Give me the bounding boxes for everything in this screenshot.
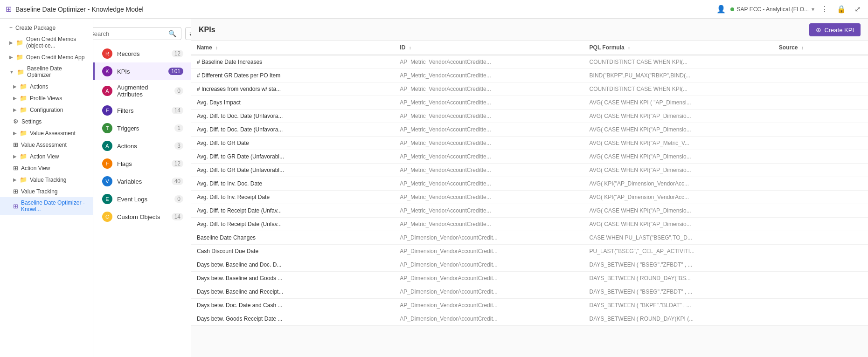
content-area: 🔍 ⇄ R Records 12 K KPIs 101 A Augmented … [93, 19, 868, 357]
nav-item-variables[interactable]: V Variables 40 [93, 172, 191, 190]
nav-item-flags[interactable]: F Flags 12 [93, 155, 191, 172]
sidebar: + Create Package ▶ 📁 Open Credit Memos (… [0, 19, 93, 357]
col-header-source[interactable]: Source ↕ [773, 41, 868, 55]
col-header-name[interactable]: Name ↕ [191, 41, 394, 55]
nav-item-kpis[interactable]: K KPIs 101 [93, 62, 191, 80]
sidebar-item-baseline-date-optimizer[interactable]: ▼ 📁 Baseline Date Optimizer [0, 63, 93, 81]
cell-id-6: AP_Metric_VendorAccountCreditte... [394, 137, 583, 150]
table-row[interactable]: Avg. Diff. to GR Date (Unfavorabl... AP_… [191, 150, 868, 164]
table-row[interactable]: Avg. Diff. to Doc. Date (Unfavora... AP_… [191, 110, 868, 123]
topbar-more-button[interactable]: ⋮ [819, 3, 830, 15]
chevron-right-icon: ▶ [9, 55, 13, 60]
sidebar-item-value-assessment-folder[interactable]: ▶ 📁 Value Assessment [0, 127, 93, 139]
cell-id-3: AP_Metric_VendorAccountCreditte... [394, 96, 583, 110]
nav-item-filters[interactable]: F Filters 14 [93, 102, 191, 119]
nav-item-left: C Custom Objects [102, 212, 160, 222]
cell-id-11: AP_Metric_VendorAccountCreditte... [394, 204, 583, 218]
sidebar-item-settings[interactable]: ⚙ Settings [0, 116, 93, 127]
table-row[interactable]: Avg. Diff. to GR Date (Unfavorabl... AP_… [191, 164, 868, 177]
cell-pql-7: AVG( CASE WHEN KPI("AP_Dimensio... [584, 150, 773, 164]
sort-source-icon[interactable]: ↕ [801, 45, 804, 50]
table-row[interactable]: Days betw. Goods Receipt Date ... AP_Dim… [191, 312, 868, 326]
table-row[interactable]: # Increases from vendors w/ sta... AP_Me… [191, 82, 868, 96]
nav-label-augmented-attributes: Augmented Attributes [117, 84, 174, 98]
nav-item-augmented-attributes[interactable]: A Augmented Attributes 0 [93, 80, 191, 102]
nav-count-kpis: 101 [168, 68, 183, 75]
cell-name-12: Avg. Diff. to Receipt Date (Unfav... [191, 218, 394, 231]
nav-item-actions[interactable]: A Actions 3 [93, 137, 191, 155]
topbar-dropdown-icon[interactable]: ▾ [812, 6, 814, 13]
table-row[interactable]: Days betw. Baseline and Goods ... AP_Dim… [191, 272, 868, 285]
cell-id-12: AP_Metric_VendorAccountCreditte... [394, 218, 583, 231]
sidebar-item-action-view-folder[interactable]: ▶ 📁 Action View [0, 151, 93, 162]
table-row[interactable]: Baseline Date Changes AP_Dimension_Vendo… [191, 231, 868, 245]
folder-icon: 📁 [20, 130, 27, 137]
nav-item-left: R Records [102, 48, 139, 59]
search-input-wrap[interactable]: 🔍 [93, 27, 181, 40]
table-row[interactable]: # Baseline Date Increases AP_Metric_Vend… [191, 55, 868, 69]
nav-label-custom-objects: Custom Objects [117, 213, 160, 220]
cell-name-9: Avg. Diff. to Inv. Doc. Date [191, 177, 394, 191]
sidebar-item-open-credit-memos[interactable]: ▶ 📁 Open Credit Memos (object-ce... [0, 34, 93, 51]
nav-label-records: Records [117, 50, 139, 57]
sort-name-icon[interactable]: ↕ [215, 45, 218, 50]
nav-label-event-logs: Event Logs [117, 196, 147, 203]
cell-id-15: AP_Dimension_VendorAccountCredit... [394, 258, 583, 272]
table-row[interactable]: # Different GR Dates per PO Item AP_Metr… [191, 69, 868, 82]
sidebar-item-configuration[interactable]: ▶ 📁 Configuration [0, 104, 93, 116]
sidebar-item-create-package[interactable]: + Create Package [0, 22, 93, 34]
cell-source-9 [773, 177, 868, 191]
sidebar-item-action-view-table[interactable]: ⊞ Action View [0, 162, 93, 174]
kpis-table-wrap: Name ↕ ID ↕ PQL Formula ↕ Source ↕ [191, 41, 868, 357]
cell-name-6: Avg. Diff. to GR Date [191, 137, 394, 150]
nav-items-container: R Records 12 K KPIs 101 A Augmented Attr… [93, 45, 191, 226]
sidebar-item-value-assessment-table[interactable]: ⊞ Value Assessment [0, 139, 93, 151]
table-row[interactable]: Cash Discount Due Date AP_Dimension_Vend… [191, 245, 868, 258]
nav-item-custom-objects[interactable]: C Custom Objects 14 [93, 208, 191, 226]
nav-icon-custom-objects: C [102, 212, 112, 222]
col-header-id[interactable]: ID ↕ [394, 41, 583, 55]
cell-id-9: AP_Metric_VendorAccountCreditte... [394, 177, 583, 191]
table-row[interactable]: Days betw. Doc. Date and Cash ... AP_Dim… [191, 299, 868, 312]
table-row[interactable]: Avg. Days Impact AP_Metric_VendorAccount… [191, 96, 868, 110]
cell-pql-18: DAYS_BETWEEN ( "BKPF"."BLDAT" , ... [584, 299, 773, 312]
nav-item-event-logs[interactable]: E Event Logs 0 [93, 190, 191, 208]
col-header-pql[interactable]: PQL Formula ↕ [584, 41, 773, 55]
cell-name-3: Avg. Days Impact [191, 96, 394, 110]
cell-pql-16: DAYS_BETWEEN ( ROUND_DAY("BS... [584, 272, 773, 285]
sidebar-item-open-credit-memo-app[interactable]: ▶ 📁 Open Credit Memo App [0, 51, 93, 63]
table-row[interactable]: Avg. Diff. to Doc. Date (Unfavora... AP_… [191, 123, 868, 137]
table-row[interactable]: Avg. Diff. to Receipt Date (Unfav... AP_… [191, 204, 868, 218]
topbar-expand-button[interactable]: ⤢ [853, 3, 862, 15]
cell-id-14: AP_Dimension_VendorAccountCredit... [394, 245, 583, 258]
cell-id-7: AP_Metric_VendorAccountCreditte... [394, 150, 583, 164]
table-row[interactable]: Days betw. Baseline and Doc. D... AP_Dim… [191, 258, 868, 272]
table-row[interactable]: Days betw. Baseline and Receipt... AP_Di… [191, 285, 868, 299]
search-toggle-button[interactable]: ⇄ [185, 27, 191, 40]
nav-item-records[interactable]: R Records 12 [93, 45, 191, 62]
sidebar-item-value-tracking-table[interactable]: ⊞ Value Tracking [0, 185, 93, 197]
cell-pql-10: AVG( KPI("AP_Dimension_VendorAcc... [584, 191, 773, 204]
search-input[interactable] [93, 30, 168, 37]
folder-icon: 📁 [17, 69, 24, 76]
chevron-right-icon: ▶ [13, 84, 17, 89]
sort-pql-icon[interactable]: ↕ [628, 45, 630, 50]
plus-circle-icon: ⊕ [816, 26, 821, 34]
cell-name-10: Avg. Diff. to Inv. Receipt Date [191, 191, 394, 204]
sidebar-item-label: Open Credit Memos (object-ce... [26, 36, 87, 49]
sort-id-icon[interactable]: ↕ [409, 45, 411, 50]
table-row[interactable]: Avg. Diff. to GR Date AP_Metric_VendorAc… [191, 137, 868, 150]
sidebar-item-actions[interactable]: ▶ 📁 Actions [0, 81, 93, 92]
sidebar-item-value-tracking-folder[interactable]: ▶ 📁 Value Tracking [0, 174, 93, 185]
table-row[interactable]: Avg. Diff. to Receipt Date (Unfav... AP_… [191, 218, 868, 231]
cell-pql-19: DAYS_BETWEEN ( ROUND_DAY(KPI (... [584, 312, 773, 326]
cell-id-8: AP_Metric_VendorAccountCreditte... [394, 164, 583, 177]
topbar-lock-button[interactable]: 🔒 [835, 3, 848, 15]
sidebar-item-profile-views[interactable]: ▶ 📁 Profile Views [0, 92, 93, 104]
table-row[interactable]: Avg. Diff. to Inv. Receipt Date AP_Metri… [191, 191, 868, 204]
cell-source-19 [773, 312, 868, 326]
table-row[interactable]: Avg. Diff. to Inv. Doc. Date AP_Metric_V… [191, 177, 868, 191]
create-kpi-button[interactable]: ⊕ Create KPI [809, 23, 861, 36]
nav-item-triggers[interactable]: T Triggers 1 [93, 119, 191, 137]
sidebar-item-baseline-date-know[interactable]: ⊞ Baseline Date Optimizer - Knowl... [0, 197, 93, 215]
